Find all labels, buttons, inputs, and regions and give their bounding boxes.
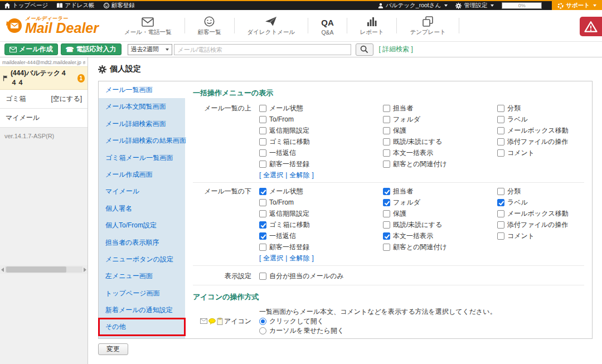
checkbox[interactable]	[259, 210, 266, 217]
submit-button[interactable]: 変更	[98, 343, 128, 355]
checkbox[interactable]	[383, 199, 390, 206]
checkbox[interactable]	[497, 138, 504, 145]
checkbox-option[interactable]: 分類	[497, 103, 584, 114]
checkbox-option[interactable]: 担当者	[383, 103, 497, 114]
checkbox-option[interactable]: 分類	[497, 186, 584, 197]
settings-menu-item[interactable]: メール詳細検索画面	[99, 115, 185, 132]
checkbox[interactable]	[497, 149, 504, 157]
copy-icon[interactable]	[83, 60, 85, 65]
nav-customer-list[interactable]: 顧客一覧	[185, 16, 234, 36]
checkbox-option[interactable]: 顧客一括登録	[259, 241, 383, 253]
checkbox-option[interactable]: メール状態	[259, 186, 383, 197]
checkbox-option[interactable]: 本文一括表示	[383, 147, 497, 158]
checkbox-option[interactable]: フォルダ	[383, 197, 497, 208]
checkbox-option[interactable]: メール状態	[259, 103, 383, 114]
radio-option[interactable]: クリックして開く	[259, 317, 497, 326]
support-menu[interactable]: サポート	[552, 1, 602, 10]
checkbox[interactable]	[259, 138, 266, 145]
topbar-link-customer-register[interactable]: 顧客登録	[104, 2, 135, 9]
settings-menu-item[interactable]: 左メニュー画面	[99, 268, 185, 284]
checkbox[interactable]	[497, 232, 504, 240]
checkbox-option[interactable]: To/From	[259, 197, 383, 208]
checkbox-option[interactable]: ラベル	[497, 197, 584, 208]
checkbox-option[interactable]: 本文一括表示	[383, 230, 497, 241]
nav-mail-phone-list[interactable]: メール・電話一覧	[111, 16, 185, 36]
settings-menu-item[interactable]: メール本文閲覧画面	[99, 98, 185, 115]
checkbox[interactable]	[497, 221, 504, 229]
nav-qa[interactable]: QA Q&A	[308, 16, 347, 36]
settings-menu-item[interactable]: マイメール	[99, 183, 185, 200]
mymail-row[interactable]: マイメール	[0, 109, 88, 128]
sidebar-horizontal-scrollbar[interactable]	[0, 265, 88, 274]
checkbox[interactable]	[497, 210, 504, 217]
checkbox-option[interactable]: 一括返信	[259, 147, 383, 158]
scrollbar-thumb[interactable]	[6, 266, 66, 273]
checkbox[interactable]	[383, 188, 390, 195]
checkbox-option[interactable]: 既読/未読にする	[383, 136, 497, 147]
clear-all-link[interactable]: 全解除	[289, 254, 309, 263]
period-select[interactable]: 過去2週間	[128, 44, 172, 55]
checkbox[interactable]	[497, 127, 504, 134]
admin-settings-menu[interactable]: 管理設定	[455, 2, 494, 9]
settings-menu-item[interactable]: 個人To/From設定	[99, 217, 185, 234]
settings-menu-item[interactable]: メール作成画面	[99, 166, 185, 183]
select-all-link[interactable]: 全選択	[263, 254, 283, 263]
settings-menu-item[interactable]: 個人署名	[99, 200, 185, 217]
checkbox[interactable]	[383, 127, 390, 134]
checkbox-option[interactable]: メールボックス移動	[497, 208, 584, 219]
checkbox-option[interactable]: 添付ファイルの操作	[497, 136, 584, 147]
scroll-right-arrow-icon[interactable]	[84, 268, 86, 272]
mail-dealer-logo[interactable]: メールディーラー Mail Dealer	[0, 16, 100, 35]
phone-response-button[interactable]: ☎ 電話応対入力	[61, 43, 122, 55]
settings-menu-item[interactable]: 担当者の表示順序	[99, 234, 185, 251]
checkbox[interactable]	[259, 199, 266, 206]
advanced-search-link[interactable]: [ 詳細検索 ]	[379, 45, 413, 54]
checkbox-option[interactable]: 顧客との関連付け	[383, 158, 497, 169]
checkbox-option[interactable]: フォルダ	[383, 114, 497, 125]
checkbox[interactable]	[383, 105, 390, 112]
empty-trash-link[interactable]: [空にする]	[51, 94, 82, 104]
checkbox-option[interactable]: 返信期限設定	[259, 208, 383, 219]
checkbox[interactable]	[383, 161, 390, 168]
checkbox-option[interactable]: 保護	[383, 125, 497, 136]
settings-menu-item[interactable]: トップページ画面	[99, 285, 185, 302]
checkbox[interactable]	[383, 149, 390, 157]
settings-menu-item[interactable]: メニューボタンの設定	[99, 251, 185, 268]
checkbox-option[interactable]: 返信期限設定	[259, 125, 383, 136]
trash-row[interactable]: ゴミ箱 [空にする]	[0, 90, 88, 109]
checkbox-option[interactable]: 添付ファイルの操作	[497, 219, 584, 230]
scrollbar-track[interactable]	[5, 266, 82, 273]
nav-direct-mail[interactable]: ダイレクトメール	[235, 16, 308, 36]
checkbox-option[interactable]: 保護	[383, 208, 497, 219]
checkbox[interactable]	[259, 188, 266, 195]
checkbox-option[interactable]: コメント	[497, 147, 584, 158]
settings-menu-item[interactable]: 新着メールの通知設定	[99, 302, 185, 318]
checkbox-option[interactable]: メールボックス移動	[497, 125, 584, 136]
checkbox-option[interactable]: ゴミ箱に移動	[259, 136, 383, 147]
checkbox[interactable]	[259, 105, 266, 112]
select-all-link[interactable]: 全選択	[263, 171, 283, 180]
user-menu[interactable]: バルテック_rootさん	[378, 2, 448, 9]
checkbox[interactable]	[497, 188, 504, 195]
checkbox-option[interactable]: 顧客一括登録	[259, 158, 383, 169]
checkbox[interactable]	[383, 244, 390, 251]
nav-template[interactable]: テンプレート	[397, 16, 458, 36]
topbar-link-address-book[interactable]: アドレス帳	[57, 2, 94, 9]
checkbox[interactable]	[259, 221, 266, 229]
settings-menu-item[interactable]: メール詳細検索の結果画面	[99, 132, 185, 149]
checkbox-option[interactable]: 担当者	[383, 186, 497, 197]
checkbox[interactable]	[259, 244, 266, 251]
checkbox-option[interactable]: ラベル	[497, 114, 584, 125]
nav-report[interactable]: レポート	[347, 16, 397, 36]
checkbox-option[interactable]: 既読/未読にする	[383, 219, 497, 230]
checkbox[interactable]	[497, 199, 504, 206]
mailbox-item[interactable]: (444)バルテック４４４ 1	[0, 66, 88, 90]
checkbox[interactable]	[383, 232, 390, 240]
radio-option[interactable]: カーソルを乗せたら開く	[259, 326, 497, 336]
checkbox[interactable]	[383, 138, 390, 145]
compose-mail-button[interactable]: メール作成	[4, 43, 58, 55]
settings-menu-item[interactable]: ゴミ箱メール一覧画面	[99, 149, 185, 166]
radio-button[interactable]	[259, 327, 266, 334]
checkbox-option[interactable]: To/From	[259, 114, 383, 125]
checkbox-option[interactable]: 顧客との関連付け	[383, 241, 497, 253]
